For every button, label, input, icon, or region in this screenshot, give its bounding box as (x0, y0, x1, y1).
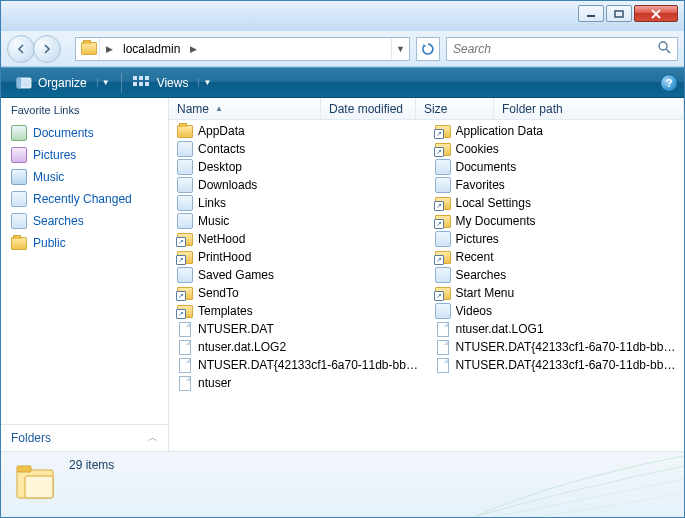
file-item[interactable]: ↗Local Settings (427, 194, 685, 212)
file-item[interactable]: ↗Templates (169, 302, 427, 320)
sidebar-item[interactable]: Searches (7, 210, 162, 232)
file-item[interactable]: Downloads (169, 176, 427, 194)
file-item-label: Recent (456, 250, 494, 264)
back-button[interactable] (7, 35, 35, 63)
location-icon[interactable] (78, 38, 100, 60)
sidebar-item[interactable]: Documents (7, 122, 162, 144)
column-date[interactable]: Date modified (321, 98, 416, 119)
folders-label: Folders (11, 431, 51, 445)
file-item[interactable]: Music (169, 212, 427, 230)
file-item[interactable]: ntuser (169, 374, 427, 392)
chevron-down-icon[interactable]: ▼ (97, 78, 110, 87)
file-item[interactable]: ↗Cookies (427, 140, 685, 158)
refresh-button[interactable] (416, 37, 440, 61)
chevron-right-icon[interactable]: ▶ (102, 44, 117, 54)
file-item-label: Downloads (198, 178, 257, 192)
file-item[interactable]: NTUSER.DAT{42133cf1-6a70-11db-bbc9... (169, 356, 427, 374)
chevron-up-icon: ︿ (148, 431, 158, 445)
file-item[interactable]: Searches (427, 266, 685, 284)
explorer-window: ▶ localadmin ▶ ▼ Organize ▼ Views (0, 0, 685, 518)
file-item-label: ntuser.dat.LOG2 (198, 340, 286, 354)
close-button[interactable] (634, 5, 678, 22)
file-item[interactable]: Links (169, 194, 427, 212)
search-input[interactable] (453, 42, 657, 56)
file-item-label: Pictures (456, 232, 499, 246)
file-item[interactable]: Videos (427, 302, 685, 320)
svg-rect-1 (615, 11, 623, 17)
file-icon (435, 339, 451, 355)
breadcrumb[interactable]: ▶ localadmin ▶ ▼ (75, 37, 410, 61)
file-item-label: My Documents (456, 214, 536, 228)
file-item[interactable]: NTUSER.DAT (169, 320, 427, 338)
file-item[interactable]: ntuser.dat.LOG2 (169, 338, 427, 356)
file-icon (177, 339, 193, 355)
special-folder-icon (177, 195, 193, 211)
file-item[interactable]: ↗Recent (427, 248, 685, 266)
sidebar-item[interactable]: Music (7, 166, 162, 188)
documents-icon (11, 125, 27, 141)
file-item[interactable]: NTUSER.DAT{42133cf1-6a70-11db-bbc9... (427, 356, 685, 374)
file-item[interactable]: ↗PrintHood (169, 248, 427, 266)
chevron-down-icon[interactable]: ▼ (198, 78, 211, 87)
shortcut-icon: ↗ (435, 285, 451, 301)
command-bar: Organize ▼ Views ▼ ? (1, 67, 684, 98)
file-item[interactable]: Saved Games (169, 266, 427, 284)
sidebar-item[interactable]: Public (7, 232, 162, 254)
file-item[interactable]: Desktop (169, 158, 427, 176)
sidebar-item-label: Music (33, 170, 64, 184)
search-box[interactable] (446, 37, 678, 61)
file-item[interactable]: ntuser.dat.LOG1 (427, 320, 685, 338)
sidebar: Favorite Links DocumentsPicturesMusicRec… (1, 98, 169, 451)
breadcrumb-dropdown[interactable]: ▼ (391, 38, 409, 60)
shortcut-icon: ↗ (177, 249, 193, 265)
svg-rect-5 (17, 78, 21, 88)
file-item[interactable]: Pictures (427, 230, 685, 248)
file-item[interactable]: Contacts (169, 140, 427, 158)
forward-button[interactable] (33, 35, 61, 63)
file-item[interactable]: Documents (427, 158, 685, 176)
folders-toggle[interactable]: Folders ︿ (1, 424, 168, 451)
decorative-swoosh (474, 451, 684, 517)
maximize-button[interactable] (606, 5, 632, 22)
title-bar (1, 1, 684, 31)
file-item-label: Desktop (198, 160, 242, 174)
column-size[interactable]: Size (416, 98, 494, 119)
file-item[interactable]: ↗SendTo (169, 284, 427, 302)
file-icon (177, 375, 193, 391)
file-item[interactable]: ↗NetHood (169, 230, 427, 248)
views-button[interactable]: Views ▼ (124, 71, 221, 95)
special-folder-icon (435, 231, 451, 247)
special-folder-icon (435, 159, 451, 175)
file-list[interactable]: AppDataContactsDesktopDownloadsLinksMusi… (169, 120, 684, 451)
chevron-right-icon[interactable]: ▶ (186, 44, 201, 54)
minimize-button[interactable] (578, 5, 604, 22)
file-item[interactable]: AppData (169, 122, 427, 140)
file-item[interactable]: ↗Start Menu (427, 284, 685, 302)
organize-icon (16, 75, 32, 91)
column-path[interactable]: Folder path (494, 98, 684, 119)
organize-button[interactable]: Organize ▼ (7, 70, 119, 96)
file-item[interactable]: NTUSER.DAT{42133cf1-6a70-11db-bbc9... (427, 338, 685, 356)
file-item-label: Cookies (456, 142, 499, 156)
special-folder-icon (435, 267, 451, 283)
sidebar-item-label: Searches (33, 214, 84, 228)
file-item-label: Favorites (456, 178, 505, 192)
sidebar-item[interactable]: Pictures (7, 144, 162, 166)
file-icon (435, 357, 451, 373)
file-item[interactable]: Favorites (427, 176, 685, 194)
svg-rect-14 (25, 476, 53, 498)
nav-arrows (7, 35, 69, 63)
help-button[interactable]: ? (660, 74, 678, 92)
breadcrumb-segment[interactable]: localadmin (117, 38, 186, 60)
details-pane: 29 items (1, 451, 684, 517)
search-icon[interactable] (657, 40, 671, 57)
file-item[interactable]: ↗Application Data (427, 122, 685, 140)
file-item-label: Music (198, 214, 229, 228)
shortcut-icon: ↗ (435, 213, 451, 229)
file-item[interactable]: ↗My Documents (427, 212, 685, 230)
sidebar-item[interactable]: Recently Changed (7, 188, 162, 210)
column-name[interactable]: Name ▲ (169, 98, 321, 119)
file-item-label: Documents (456, 160, 517, 174)
file-item-label: Searches (456, 268, 507, 282)
views-icon (133, 76, 151, 90)
